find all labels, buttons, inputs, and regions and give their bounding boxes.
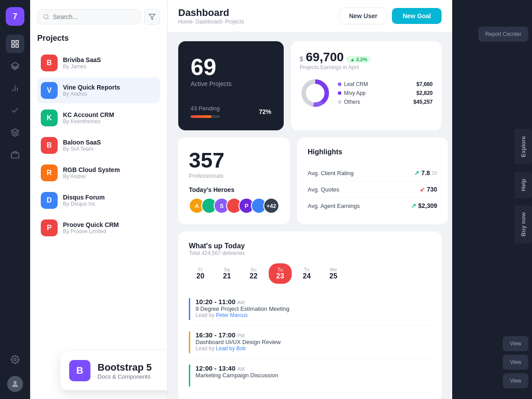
- svg-point-10: [14, 381, 17, 384]
- search-input[interactable]: [53, 13, 135, 20]
- progress-bar-fill: [191, 115, 211, 118]
- progress-bar-wrap: [191, 115, 220, 118]
- project-by: By Disqus Inc.: [63, 201, 105, 207]
- highlight-row: Avg. Agent Earnings ↗ $2,309: [308, 198, 437, 214]
- event-ampm: PM: [237, 333, 245, 338]
- report-center-button[interactable]: Report Cecnter: [478, 27, 528, 42]
- project-by: By James: [63, 63, 101, 70]
- day-name: Fr: [194, 267, 207, 272]
- view-button-3[interactable]: View: [503, 373, 528, 388]
- professionals-count: 357: [189, 148, 279, 172]
- highlights-rows: Avg. Client Rating ↗ 7.8 10 Avg. Quotes …: [308, 165, 437, 214]
- active-projects-percent: 72%: [259, 108, 271, 115]
- calendar-days: Fr20Sa21Su22Tu23Tu24We25: [189, 263, 431, 284]
- calendar-day[interactable]: Tu23: [269, 263, 292, 284]
- project-by: By Andrei: [63, 173, 120, 180]
- projects-title: Projects: [37, 34, 160, 43]
- day-num: 24: [301, 272, 313, 280]
- new-goal-button[interactable]: New Goal: [392, 8, 442, 24]
- project-logo: B: [41, 55, 58, 71]
- project-name: Baloon SaaS: [63, 139, 101, 146]
- event-bar: [189, 298, 190, 320]
- calendar-day[interactable]: Tu24: [295, 263, 318, 284]
- highlight-label: Avg. Client Rating: [308, 170, 354, 176]
- main-content: Dashboard Home- Dashboard- Projects New …: [168, 0, 452, 399]
- project-item[interactable]: R RGB Cloud System By Andrei: [37, 160, 160, 186]
- event-ampm: AM: [237, 300, 245, 305]
- bootstrap-card[interactable]: B Bootstrap 5 Docs & Components: [60, 351, 168, 390]
- sidebar-icon-grid[interactable]: [6, 35, 24, 53]
- event-details: 12:00 - 13:40 AM Marketing Campaign Disc…: [196, 364, 278, 379]
- sidebar-icon-bar-chart[interactable]: [6, 79, 24, 98]
- calendar-day[interactable]: Sa21: [215, 263, 239, 284]
- view-button-1[interactable]: View: [503, 336, 528, 351]
- user-avatar[interactable]: 7: [6, 7, 24, 26]
- day-name: Sa: [221, 267, 233, 272]
- sidebar-tab-help[interactable]: Help: [515, 172, 532, 198]
- active-projects-label: Active Projects: [191, 80, 271, 87]
- event-person[interactable]: Lead by Bob: [216, 345, 246, 352]
- sidebar-icon-layers[interactable]: [6, 57, 24, 75]
- project-by: By Andres: [63, 91, 120, 97]
- events-list: 10:20 - 11:00 AM 9 Degree Project Estima…: [189, 293, 431, 392]
- calendar-day[interactable]: We25: [322, 263, 345, 284]
- event-bar: [189, 331, 190, 353]
- day-name: Tu: [274, 267, 286, 272]
- highlight-value: ↗ 7.8 10: [414, 169, 437, 176]
- day-name: Tu: [301, 267, 313, 272]
- project-item[interactable]: V Vine Quick Reports By Andres: [37, 78, 160, 103]
- project-logo: K: [41, 110, 58, 126]
- project-logo: V: [41, 82, 58, 99]
- legend-dot: [338, 100, 341, 104]
- day-name: Su: [247, 267, 260, 272]
- project-item[interactable]: K KC Account CRM By Keenthemes: [37, 105, 160, 131]
- calendar-event: 16:30 - 17:00 PM Dashboard UI/UX Design …: [189, 326, 431, 359]
- sidebar-icon-settings[interactable]: [6, 350, 24, 369]
- calendar-day[interactable]: Fr20: [189, 263, 212, 284]
- project-by: By SIA Team: [63, 146, 101, 152]
- bootstrap-label: Bootstrap 5: [98, 362, 152, 373]
- day-num: 25: [327, 272, 340, 280]
- project-logo: B: [41, 137, 58, 154]
- highlight-row: Avg. Client Rating ↗ 7.8 10: [308, 165, 437, 181]
- new-user-button[interactable]: New User: [340, 8, 387, 24]
- day-num: 21: [221, 272, 233, 280]
- project-item[interactable]: B Briviba SaaS By James: [37, 50, 160, 76]
- mid-row: 357 Professionals Today's Heroes ASP+42 …: [178, 137, 442, 224]
- legend-item: Mivy App: [338, 90, 407, 96]
- sidebar-tab-explore[interactable]: Explore: [515, 129, 532, 164]
- sidebar-nav: 7: [0, 0, 30, 399]
- svg-point-9: [14, 359, 16, 361]
- donut-chart: [300, 78, 331, 109]
- project-logo: R: [41, 164, 58, 181]
- sidebar-icon-briefcase[interactable]: [6, 145, 24, 164]
- project-by: By Proove Limited: [63, 228, 119, 235]
- sidebar-tab-buy[interactable]: Buy now: [515, 205, 532, 243]
- sidebar-icon-check[interactable]: [6, 101, 24, 120]
- active-projects-footer: 43 Pending 72%: [191, 105, 271, 118]
- project-item[interactable]: B Baloon SaaS By SIA Team: [37, 133, 160, 158]
- project-info: KC Account CRM By Keenthemes: [63, 111, 114, 125]
- project-info: RGB Cloud System By Andrei: [63, 166, 120, 180]
- project-name: RGB Cloud System: [63, 166, 120, 173]
- project-logo: P: [41, 219, 58, 236]
- bootstrap-icon: B: [69, 360, 90, 381]
- day-num: 23: [274, 272, 286, 280]
- view-button-2[interactable]: View: [503, 355, 528, 370]
- project-item[interactable]: P Proove Quick CRM By Proove Limited: [37, 215, 160, 241]
- event-title: Marketing Campaign Discussion: [196, 372, 278, 379]
- highlights-title: Highlights: [308, 148, 437, 156]
- sidebar-icon-stack[interactable]: [6, 123, 24, 142]
- project-info: Proove Quick CRM By Proove Limited: [63, 221, 119, 235]
- project-info: Vine Quick Reports By Andres: [63, 84, 120, 97]
- whatsup-title: What's up Today: [189, 242, 431, 250]
- filter-button[interactable]: [144, 9, 160, 25]
- event-person[interactable]: Peter Marcus: [216, 312, 247, 318]
- event-lead: Lead by Peter Marcus: [196, 312, 289, 318]
- user-profile-icon[interactable]: [7, 376, 23, 392]
- event-bar: [189, 364, 190, 387]
- calendar-section: What's up Today Total 424,567 deliveries…: [178, 231, 442, 399]
- calendar-day[interactable]: Su22: [242, 263, 265, 284]
- project-item[interactable]: D Disqus Forum By Disqus Inc.: [37, 188, 160, 213]
- highlight-row: Avg. Quotes ↙ 730: [308, 181, 437, 198]
